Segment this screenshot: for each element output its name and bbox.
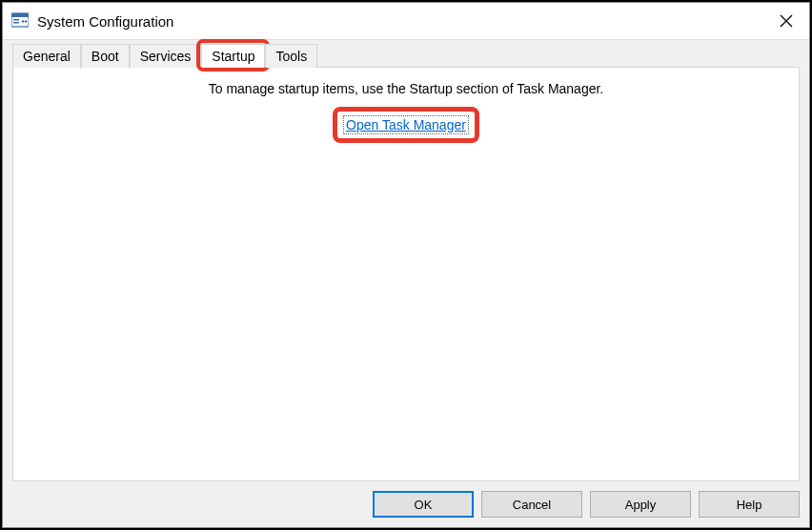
svg-rect-2 bbox=[13, 19, 19, 21]
tab-startup-label: Startup bbox=[212, 49, 254, 64]
svg-rect-1 bbox=[11, 13, 29, 17]
help-button[interactable]: Help bbox=[699, 491, 800, 518]
close-icon bbox=[780, 14, 793, 28]
dialog-buttons: OK Cancel Apply Help bbox=[12, 481, 800, 518]
cancel-button[interactable]: Cancel bbox=[481, 491, 582, 518]
system-configuration-window: System Configuration General Boot Servic… bbox=[2, 2, 810, 528]
startup-message: To manage startup items, use the Startup… bbox=[209, 81, 604, 96]
open-task-manager-link[interactable]: Open Task Manager bbox=[343, 115, 469, 134]
window-body: General Boot Services Startup Tools To m… bbox=[3, 39, 809, 527]
tab-boot[interactable]: Boot bbox=[81, 44, 130, 68]
app-icon bbox=[10, 11, 30, 31]
link-wrapper: Open Task Manager bbox=[343, 117, 469, 132]
tabs-row: General Boot Services Startup Tools bbox=[12, 44, 800, 68]
ok-button[interactable]: OK bbox=[373, 491, 474, 518]
close-button[interactable] bbox=[763, 3, 809, 39]
tab-startup[interactable]: Startup bbox=[201, 44, 265, 69]
apply-button[interactable]: Apply bbox=[590, 491, 691, 518]
tab-general[interactable]: General bbox=[12, 44, 81, 68]
svg-point-5 bbox=[25, 20, 27, 22]
tab-services[interactable]: Services bbox=[130, 44, 202, 68]
tab-tools[interactable]: Tools bbox=[265, 44, 317, 68]
window-title: System Configuration bbox=[37, 13, 763, 30]
svg-point-4 bbox=[22, 20, 24, 22]
tab-content: To manage startup items, use the Startup… bbox=[12, 67, 800, 481]
svg-rect-3 bbox=[13, 22, 19, 24]
titlebar: System Configuration bbox=[3, 3, 809, 39]
